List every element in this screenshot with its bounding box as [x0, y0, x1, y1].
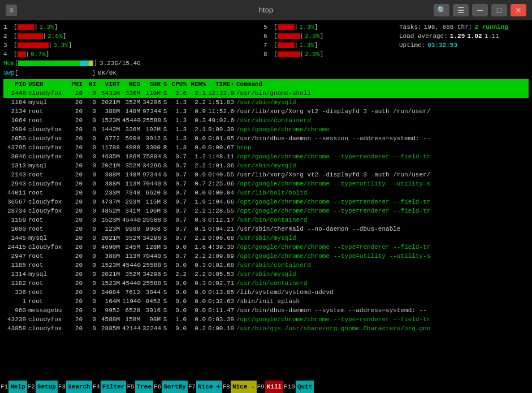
close-button[interactable]: ✕ — [511, 4, 526, 16]
table-row[interactable]: 336 root 20 0 24084 7612 3844 S 0.0 0.0 … — [3, 288, 529, 297]
fkey-num-f10: F10 — [283, 383, 296, 390]
cell-ni: 0 — [84, 117, 97, 124]
table-row[interactable]: 43239 cloudyfox 20 0 4588M 158M 98M S 1.… — [3, 315, 529, 324]
fkey-label-f2[interactable]: Setup — [36, 381, 58, 393]
cell-res: 7612 — [121, 289, 141, 296]
table-row[interactable]: 2448 cloudyfox 20 0 5433M 336M 110M S 2.… — [3, 89, 529, 98]
fkey-f6[interactable]: F6SortBy — [153, 381, 188, 393]
cell-ni: 0 — [84, 108, 97, 115]
table-row[interactable]: 24415 cloudyfox 20 0 4690M 245M 128M S 0… — [3, 243, 529, 252]
maximize-button[interactable]: □ — [491, 4, 507, 16]
cell-ni: 0 — [84, 253, 97, 260]
cpu8-value: 2.0% — [305, 51, 319, 58]
table-row[interactable]: 2947 root 20 0 388M 113M 70440 S 0.7 2.2… — [3, 252, 529, 261]
cell-res: 352M — [121, 162, 141, 169]
cell-s: S — [162, 325, 168, 332]
cell-user: cloudyfox — [27, 325, 68, 332]
table-row[interactable]: 43858 cloudyfox 20 0 2885M 42144 32244 S… — [3, 324, 529, 333]
fkey-num-f8: F8 — [222, 383, 231, 390]
cell-cmd: htop — [235, 144, 529, 151]
cell-cpu: 0.7 — [168, 189, 188, 196]
cell-pri: 20 — [68, 253, 84, 260]
stats-panel: Tasks: 198, 688 thr; 2 running Load aver… — [393, 23, 529, 59]
table-row[interactable]: 1 root 20 0 164M 11940 8452 S 0.0 0.0 0:… — [3, 297, 529, 306]
cell-s: S — [162, 298, 168, 305]
table-row[interactable]: 44011 root 20 0 233M 7348 6620 S 0.7 0.0… — [3, 188, 529, 197]
minimize-button[interactable]: ─ — [472, 4, 488, 16]
fkey-label-f3[interactable]: Search — [66, 381, 92, 393]
fkey-f5[interactable]: F5Tree — [126, 381, 153, 393]
table-row[interactable]: 1185 root 20 0 1523M 45440 25588 S 0.0 0… — [3, 261, 529, 270]
table-row[interactable]: 1159 root 20 0 1523M 45440 25588 S 0.7 0… — [3, 215, 529, 224]
table-row[interactable]: 43795 cloudyfox 20 0 11788 4888 3300 R 1… — [3, 143, 529, 152]
cell-time: 0:12.17 — [207, 217, 235, 223]
fkey-f2[interactable]: F2Setup — [27, 381, 58, 393]
cell-res: 42144 — [121, 325, 141, 332]
fkey-f1[interactable]: F1Help — [0, 381, 27, 393]
cell-pid: 336 — [3, 289, 27, 296]
cell-time: 0:11.47 — [207, 307, 235, 314]
table-row[interactable]: 2143 root 20 0 388M 148M 97344 S 0.7 0.9… — [3, 170, 529, 179]
cell-time: 11:52.66 — [207, 108, 235, 115]
cell-virt: 1523M — [97, 262, 121, 269]
fkey-label-f8[interactable]: Nice - — [231, 381, 257, 393]
table-row[interactable]: 960 messagebu 20 0 9952 6528 3916 S 0.0 … — [3, 306, 529, 315]
cell-pri: 20 — [68, 126, 84, 133]
table-row[interactable]: 2904 cloudyfox 20 0 1442M 336M 192M S 1.… — [3, 125, 529, 134]
cell-shr: 6620 — [141, 189, 162, 196]
table-row[interactable]: 36567 cloudyfox 20 0 4737M 293M 115M S 0… — [3, 197, 529, 206]
table-row[interactable]: 1182 root 20 0 1523M 45440 25588 S 0.0 0… — [3, 279, 529, 288]
cell-pri: 20 — [68, 298, 84, 305]
fkey-label-f5[interactable]: Tree — [135, 381, 153, 393]
cell-cpu: 1.3 — [168, 144, 188, 151]
table-row[interactable]: 1184 mysql 20 0 2021M 352M 34296 S 1.3 2… — [3, 98, 529, 107]
cell-user: root — [27, 298, 68, 305]
cell-shr: 25588 — [141, 217, 162, 223]
cell-res: 11940 — [121, 298, 141, 305]
cell-res: 7348 — [121, 189, 141, 196]
table-row[interactable]: 1313 mysql 20 0 2021M 352M 34296 S 0.7 2… — [3, 161, 529, 170]
fkey-label-f1[interactable]: Help — [8, 381, 27, 393]
fkey-label-f9[interactable]: Kill — [265, 381, 283, 393]
fkey-f10[interactable]: F10Quit — [283, 381, 314, 393]
fkey-f7[interactable]: F7Nice + — [188, 381, 222, 393]
fkey-f4[interactable]: F4Filter — [92, 381, 127, 393]
table-row[interactable]: 2134 root 20 0 388M 148M 97344 S 1.3 0.9… — [3, 107, 529, 116]
cell-cmd: /usr/lib/bolt/boltd — [235, 189, 529, 196]
table-row[interactable]: 1314 mysql 20 0 2021M 352M 34296 S 2.2 2… — [3, 270, 529, 279]
fkey-label-f7[interactable]: Nice + — [196, 381, 222, 393]
cell-ni: 0 — [84, 235, 97, 241]
cell-time: 4:39.30 — [207, 244, 235, 251]
cell-cpu: 0.0 — [168, 289, 188, 296]
fkey-label-f10[interactable]: Quit — [296, 381, 314, 393]
cell-cmd: /usr/bin/dbus-daemon --system --address=… — [235, 307, 529, 314]
fkey-label-f6[interactable]: SortBy — [162, 381, 188, 393]
fkey-f9[interactable]: F9Kill — [257, 381, 284, 393]
cell-time: 1:28.55 — [207, 208, 235, 214]
cell-ni: 0 — [84, 198, 97, 205]
cell-pid: 24415 — [3, 244, 27, 251]
cell-pid: 1182 — [3, 280, 27, 287]
cell-virt: 2021M — [97, 235, 121, 241]
table-row[interactable]: 1000 root 20 0 123M 9900 9068 S 0.7 0.1 … — [3, 224, 529, 234]
fkey-f8[interactable]: F8Nice - — [222, 381, 257, 393]
titlebar-left: ⊞ — [6, 5, 17, 16]
cell-virt: 4635M — [97, 153, 121, 160]
menu-button[interactable]: ☰ — [453, 4, 469, 16]
table-row[interactable]: 2943 cloudyfox 20 0 388M 113M 70440 S 0.… — [3, 179, 529, 188]
fkey-label-f4[interactable]: Filter — [101, 381, 127, 393]
table-row[interactable]: 3046 cloudyfox 20 0 4635M 186M 75804 S 0… — [3, 152, 529, 161]
cell-pid: 36567 — [3, 198, 27, 205]
cell-ni: 0 — [84, 298, 97, 305]
cell-ni: 0 — [84, 144, 97, 151]
search-button[interactable]: 🔍 — [434, 4, 449, 16]
cell-s: S — [162, 235, 168, 241]
cell-cmd: /lib/systemd/systemd-udevd — [235, 289, 529, 296]
table-row[interactable]: 1445 mysql 20 0 2021M 352M 34296 S 0.7 2… — [3, 234, 529, 243]
table-row[interactable]: 28734 cloudyfox 20 0 4852M 341M 196M S 0… — [3, 206, 529, 215]
cell-virt: 233M — [97, 189, 121, 196]
cpu3-row: 3 [ | 3.3% ] — [3, 41, 263, 50]
table-row[interactable]: 2050 cloudyfox 20 0 8772 5904 3912 S 1.3… — [3, 134, 529, 143]
fkey-f3[interactable]: F3Search — [58, 381, 92, 393]
table-row[interactable]: 1064 root 20 0 1523M 45440 25588 S 1.3 0… — [3, 116, 529, 125]
